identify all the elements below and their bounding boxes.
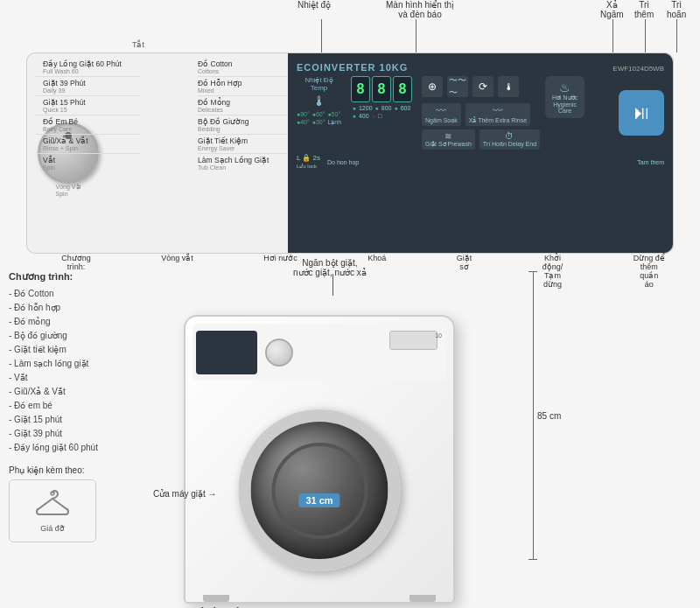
tam-them-label: Tam them [637,159,664,165]
accessory-section: Phụ kiện kèm theo: Giá đỡ [9,465,158,542]
icon-row-1: ⊕ 〜〜〜 ⟳ 🌡 [422,76,540,97]
rinse-icon-btn[interactable]: 〜〜〜 [447,76,468,97]
rpm-dots: ●1200 ●800 ●600 ●400 ● □ [353,105,411,119]
programs-right-list: Đồ Cotton Cottons Đồ Hỗn Hợp Mixed Đồ Mỏ… [198,58,294,172]
machine-display [196,331,257,374]
machine-area: Ngăn bột giặt,nước giặt, nước xả 10 [158,271,508,604]
prog-r-1: Đồ Cotton Cottons [198,58,294,77]
xa-them-btn[interactable]: 〰 Xả Thêm Extra Rinse [466,103,531,126]
display-panel: ECOINVERTER 10KG EWF1024D5WB Nhiệt ĐộTem… [288,53,673,253]
vong-vat-sub: Vòng VặtSpin [56,184,81,197]
digit-display: 8 8 8 [351,76,412,102]
prog-r-4: Bộ Đồ Giường Bedding [198,115,294,135]
line-nhiet-do [321,19,322,52]
do-hon-hop-label: Do hon hop [327,159,359,165]
programs-left-list: Đầy Lồng Giặt 60 Phút Full Wash 60 Giặt … [36,58,141,172]
foot-left [203,595,229,602]
bottom-row: L 🔒 2sLưu lock Do hon hop Tam them [297,154,664,170]
dim-85-line [533,271,534,560]
ngam-btn[interactable]: 〰 Ngâm Soak [422,103,461,126]
door-inner [271,443,368,539]
temp-dots: ●90° ●60° ●50° ●40° ●30° Lạnh [297,111,341,126]
display-main-row: Nhiệt ĐộTemp 🌡 ●90° ●60° ●50° ●40° ●30° … [297,76,664,150]
display-header: ECOINVERTER 10KG EWF1024D5WB [297,62,664,73]
temp2-icon-btn[interactable]: 🌡 [498,76,519,97]
spin-icon-btn[interactable]: ⟳ [472,76,494,97]
speed-section: 8 8 8 ●1200 ●800 ●600 ●400 ● [346,76,416,119]
phu-kien-label: Phụ kiện kèm theo: [9,465,158,475]
gia-do-label: Giá đỡ [18,524,87,533]
prog-r-5: Giặt Tiết Kiệm Energy Saver [198,135,294,154]
prog-item-2: Giặt 39 Phút Daily 39 [36,77,141,96]
icon-buttons: ⊕ 〜〜〜 ⟳ 🌡 〰 Ngâm Soak 〰 [422,76,540,150]
eco-label: ECOINVERTER 10KG [297,62,408,73]
prog-r-6: Làm Sạch Lồng Giặt Tub Clean [198,154,294,172]
lock-indicator: L 🔒 2sLưu lock [297,154,320,170]
wash-icon-btn[interactable]: ⊕ [422,76,443,97]
icon-row-2: 〰 Ngâm Soak 〰 Xả Thêm Extra Rinse [422,103,540,126]
digit-2: 8 [372,76,391,102]
line-tri [676,19,677,52]
temp-section: Nhiệt ĐộTemp 🌡 ●90° ●60° ●50° ●40° ●30° … [297,76,341,126]
machine-body: 10 31 cm [184,315,455,604]
machine-door[interactable] [239,409,401,571]
line-them [645,19,646,52]
temp-label: Nhiệt ĐộTemp [304,76,332,92]
machine-10kg-label: 10 [435,332,442,339]
label-tri-hoan: Trìhoãn [667,0,686,19]
prog-item-4: Đồ Em Bé Baby Care [36,115,141,135]
control-panel: Tắt Vòng VặtSpin Đầy Lồng Giặt 60 Phút F… [26,52,674,254]
label-them: Trìthêm [634,0,654,19]
ngan-bot-label: Ngăn bột giặt,nước giặt, nước xả [293,258,367,277]
main-container: Nhiệt độ Màn hình hiển thị và đèn báo Xả… [0,0,700,608]
prog-item-6: Vắt Spin [36,154,141,172]
hoi-nuoc-btn[interactable]: ♨ Hơi NướcHygienicCare [545,76,584,118]
label-nhiet-do: Nhiệt độ [298,0,331,10]
detergent-drawer[interactable] [389,331,438,350]
machine-knob[interactable] [265,339,293,367]
machine-top-controls: 10 [192,324,446,381]
prog-r-3: Đồ Mỏng Delicates [198,96,294,115]
dim-85-label: 85 cm [537,411,561,421]
model-label: EWF1024D5WB [612,62,664,73]
line-xa [612,19,613,52]
ngan-bot-line [332,274,333,296]
label-xa-ngam: XảNgăm [600,0,624,19]
start-pause-btn[interactable]: ⏯ [619,90,664,136]
programs-text-block: Chương trình: - Đồ Cotton - Đồ hỗn hợp -… [9,271,158,542]
digit-1: 8 [351,76,370,102]
prog-item-1: Đầy Lồng Giặt 60 Phút Full Wash 60 [36,58,141,77]
programs-items-list: - Đồ Cotton - Đồ hỗn hợp - Đồ mỏng - Bộ … [9,287,158,455]
icon-row-3: ≋ Giặt Sơ Prewash ⏱ Trì Hoãn Delay End [422,129,540,150]
dim-85-container: 85 cm [533,271,534,560]
hanger-icon [35,489,70,520]
prog-r-2: Đồ Hỗn Hợp Mixed [198,77,294,96]
dim-31-label: 31 cm [298,493,340,507]
digit-3: 8 [393,76,412,102]
accessory-box: Giá đỡ [9,479,96,542]
left-panel: Vòng VặtSpin Đầy Lồng Giặt 60 Phút Full … [27,53,298,253]
cua-may-label: Cửa máy giặt → [153,489,217,499]
thermometer-icon: 🌡 [312,94,326,109]
bottom-section: Chương trình: - Đồ Cotton - Đồ hỗn hợp -… [0,271,700,608]
prog-item-3: Giặt 15 Phút Quick 15 [36,96,141,115]
giat-so-btn[interactable]: ≋ Giặt Sơ Prewash [422,129,475,150]
tri-hoan-btn[interactable]: ⏱ Trì Hoãn Delay End [480,129,540,150]
foot-right [410,595,436,602]
label-man-hinh: Màn hình hiển thị và đèn báo [376,0,464,19]
tat-label: Tắt [132,40,144,49]
prog-item-5: Giũ/Xả & Vắt Rinse + Spin [36,135,141,154]
line-man-hinh [416,19,416,52]
